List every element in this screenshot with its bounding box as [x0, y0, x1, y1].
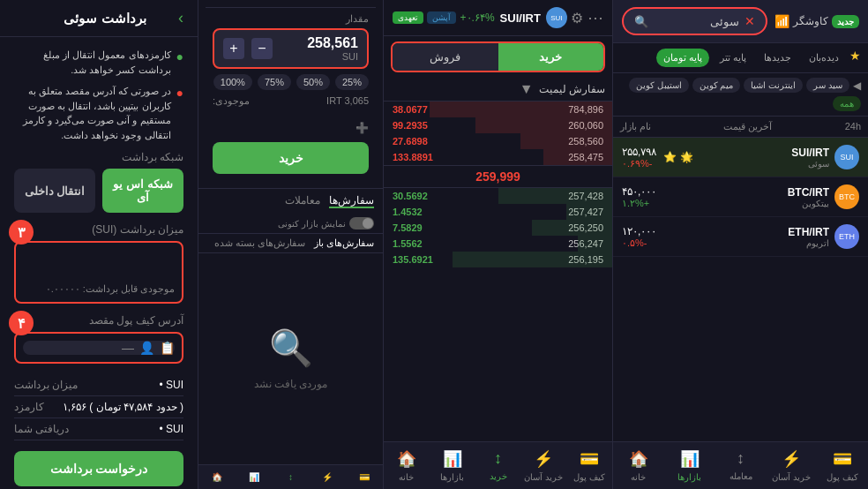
closed-orders-tab[interactable]: سفارش‌های بسته شده	[214, 237, 305, 249]
paste-icon[interactable]: —	[122, 341, 134, 355]
ord-nav-4[interactable]: 📊	[236, 465, 273, 489]
mid-pair-label: SUI/IRT	[500, 11, 541, 25]
ob-sell-price-2[interactable]: 99.2935	[393, 120, 428, 131]
nav-home[interactable]: 🏠 خانه	[613, 442, 664, 489]
withdraw-button[interactable]: درخواست برداشت	[14, 451, 183, 486]
mid-markets-icon: 📊	[443, 449, 462, 469]
tab-jadidha[interactable]: جدیدها	[757, 49, 798, 67]
nav-easy-buy[interactable]: ⚡ خرید آسان	[766, 442, 817, 489]
search-icon[interactable]: 🔍	[634, 15, 648, 28]
tab-paye-tether[interactable]: پایه تتر	[713, 49, 753, 67]
filter-all[interactable]: همه	[833, 96, 861, 111]
orders-tab-trades[interactable]: معاملات	[285, 194, 320, 208]
signal-icon: 📶	[774, 14, 789, 28]
nav-trade[interactable]: ↕️ معامله	[715, 442, 767, 489]
sell-tab[interactable]: فروش	[393, 43, 498, 71]
available-value: ۰.۰۰۰۰۰	[46, 283, 80, 294]
mid-nav-easy[interactable]: ⚡ خرید آسان	[520, 442, 566, 489]
ob-buy-price-5[interactable]: 135.6921	[393, 254, 433, 265]
pct-100[interactable]: 100%	[213, 74, 252, 90]
filter-seyd[interactable]: سید سر	[806, 78, 849, 93]
mid-nav-markets[interactable]: 📊 بازارها	[430, 442, 475, 489]
sort-24h[interactable]: 24h	[845, 121, 861, 132]
info-amount-label: میزان برداشت	[14, 379, 78, 391]
sui-network-btn[interactable]: شبکه اس یو آی	[102, 169, 183, 213]
filter-stable[interactable]: استیبل کوین	[629, 78, 689, 93]
internal-transfer-btn[interactable]: انتقال داخلی	[14, 169, 95, 213]
nav-easy-label: خرید آسان	[772, 472, 811, 482]
tab-dideban[interactable]: دیده‌بان	[802, 49, 846, 67]
market-item-sui[interactable]: SUI SUI/IRT سوئی 🌟 ⭐ ۲۵۵,۷۹۸ -۰.۶۹%	[613, 138, 868, 177]
mid-bottom-nav: 💳 کیف پول ⚡ خرید آسان ↕️ خرید 📊 بازارها …	[384, 441, 612, 489]
pct-25[interactable]: 25%	[335, 74, 369, 90]
nav-wallet[interactable]: 💳 کیف پول	[817, 442, 868, 489]
ob-buy-price-1[interactable]: 30.5692	[393, 191, 428, 201]
amount-input[interactable]	[23, 250, 175, 280]
filter-meme[interactable]: میم کوین	[692, 78, 741, 93]
stepper-minus[interactable]: −	[251, 38, 273, 59]
empty-orders-icon: 🔍	[269, 327, 313, 369]
stepper-plus[interactable]: +	[223, 38, 244, 59]
mid-settings-icon[interactable]: ⚙	[571, 10, 583, 26]
ob-buy-price-4[interactable]: 1.5562	[393, 238, 423, 249]
open-orders-tab[interactable]: سفارش‌های باز	[314, 237, 374, 249]
ob-sell-price-3[interactable]: 27.6898	[393, 136, 428, 147]
market-item-eth[interactable]: ETH ETH/IRT اتریوم ۱۲۰,۰۰۰ -۰.۵%	[613, 217, 868, 257]
address-section: آدرس کیف پول مقصد 📋 👤 —	[14, 314, 183, 364]
ord-nav-3[interactable]: ↕️	[273, 465, 310, 489]
mid-badge-futures: آپشن	[427, 11, 456, 24]
pct-75[interactable]: 75%	[258, 74, 291, 90]
buy-tab[interactable]: خرید	[498, 43, 604, 71]
orders-tab-open[interactable]: سفارش‌ها	[329, 194, 374, 208]
ord-nav-2[interactable]: ⚡	[309, 465, 346, 489]
right-title: برداشت سوئی	[64, 11, 146, 26]
eth-price: ۱۲۰,۰۰۰	[622, 225, 656, 237]
star-icon[interactable]: ★	[849, 49, 861, 67]
eth-icon: ETH	[834, 224, 859, 249]
buy-sell-tabs: خرید فروش	[391, 41, 605, 72]
mid-more-icon[interactable]: ⋯	[587, 8, 603, 27]
scan-icon[interactable]: 👤	[139, 341, 154, 355]
copy-icon[interactable]: 📋	[160, 341, 175, 355]
order-type-selector[interactable]: سفارش لیمیت	[539, 83, 605, 95]
search-input-container[interactable]: ✕ سوئی 🔍	[622, 7, 767, 35]
available-row: موجودی قابل برداشت: ۰.۰۰۰۰۰	[23, 283, 175, 295]
mid-nav-buy[interactable]: ↕️ خرید	[475, 442, 521, 489]
tab-paye-toman[interactable]: پایه تومان	[656, 49, 709, 67]
ob-buy-row-1: 257,428 30.5692	[384, 188, 612, 204]
ord-nav-1[interactable]: 💳	[346, 465, 383, 489]
ob-center-price: 259,999	[384, 165, 612, 188]
amount-input-row[interactable]: 258,561 SUI − +	[213, 28, 369, 69]
mid-buy-icon: ↕️	[494, 449, 502, 468]
ob-sell-price-4[interactable]: 133.8891	[393, 152, 433, 162]
buy-submit-button[interactable]: خرید	[213, 142, 369, 174]
sort-price[interactable]: آخرین قیمت	[723, 121, 772, 132]
address-row: 📋 👤 —	[23, 341, 175, 355]
filter-internet[interactable]: اینترنت اشیا	[744, 78, 803, 93]
coin-info-eth: ETH ETH/IRT اتریوم	[788, 224, 859, 249]
mid-nav-wallet[interactable]: 💳 کیف پول	[566, 442, 612, 489]
mid-header: ⋯ ⚙ SUI SUI/IRT ۰.۶۴%+ آپشن تعهدی	[384, 0, 612, 36]
network-label: شبکه برداشت	[14, 151, 183, 163]
sui-sub: سوئی	[791, 159, 829, 169]
info-row-fee: ( حدود ۴۷,۵۸۴ تومان ) ۱,۶۵۶ کارمزد	[14, 396, 183, 418]
market-item-btc[interactable]: BTC BTC/IRT بیتکوین ۴۵۰,۰۰۰ +۱.۲%	[613, 177, 868, 217]
close-icon[interactable]: ✕	[745, 14, 755, 28]
address-input[interactable]	[23, 342, 116, 354]
ob-bar-3	[520, 133, 612, 149]
order-type-chevron[interactable]: ▼	[520, 81, 534, 97]
ob-buy-price-3[interactable]: 7.5829	[393, 222, 423, 233]
ob-buy-price-2[interactable]: 1.4532	[393, 207, 423, 217]
percent-row: 25% 50% 75% 100%	[213, 74, 369, 90]
pct-50[interactable]: 50%	[296, 74, 330, 90]
tabs-row: ★ دیده‌بان جدیدها پایه تتر پایه تومان	[613, 43, 868, 73]
add-icon[interactable]: ➕	[355, 122, 369, 134]
market-toggle[interactable]	[349, 217, 374, 229]
easy-buy-icon: ⚡	[782, 449, 801, 469]
nav-markets[interactable]: 📊 بازارها	[664, 442, 715, 489]
back-button[interactable]: ›	[178, 9, 183, 27]
ob-sell-price-1[interactable]: 38.0677	[393, 104, 428, 115]
ord-nav-5[interactable]: 🏠	[198, 465, 236, 489]
sort-name[interactable]: نام بازار	[620, 121, 651, 132]
mid-nav-home[interactable]: 🏠 خانه	[384, 442, 430, 489]
